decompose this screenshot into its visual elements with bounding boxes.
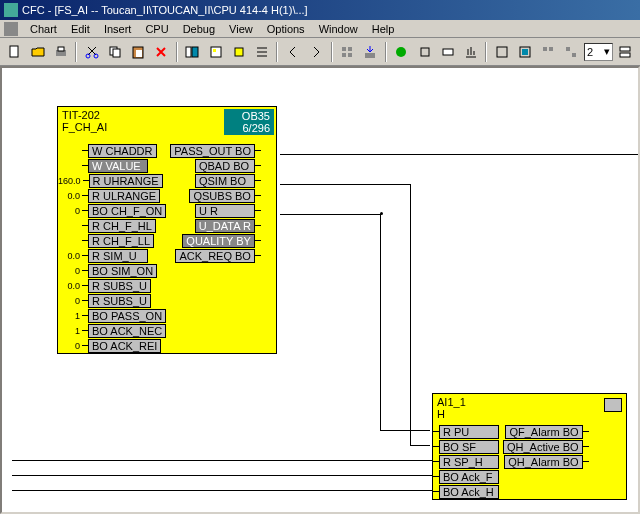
zoom-combo[interactable]: 2▾ xyxy=(584,43,613,61)
svg-rect-20 xyxy=(421,48,429,56)
pin-ack_rei[interactable]: 0BO ACK_REI xyxy=(58,338,166,353)
menu-window[interactable]: Window xyxy=(313,22,364,36)
tb-cut[interactable] xyxy=(81,41,102,63)
pin-subs_u[interactable]: 0.0R SUBS_U xyxy=(58,278,166,293)
block-tit202[interactable]: TIT-202 F_CH_AI OB35 6/296 W CHADDRW VAL… xyxy=(57,106,277,354)
tb-paste[interactable] xyxy=(128,41,149,63)
menu-help[interactable]: Help xyxy=(366,22,401,36)
menu-options[interactable]: Options xyxy=(261,22,311,36)
tb-btn14[interactable] xyxy=(414,41,435,63)
tb-block[interactable] xyxy=(228,41,249,63)
title-bar: CFC - [FS_AI -- Toucan_II\TOUCAN_II\CPU … xyxy=(0,0,640,20)
block1-header: TIT-202 F_CH_AI OB35 6/296 xyxy=(58,107,276,143)
pin-value: 0.0 xyxy=(58,251,82,261)
svg-rect-6 xyxy=(113,49,120,57)
pin-quality[interactable]: QUALITY BY xyxy=(170,233,261,248)
pin-pass_out[interactable]: PASS_OUT BO xyxy=(170,143,261,158)
pin-uhrange[interactable]: 160.0R UHRANGE xyxy=(58,173,166,188)
pin-u[interactable]: U R xyxy=(170,203,261,218)
tb-download[interactable] xyxy=(360,41,381,63)
menu-debug[interactable]: Debug xyxy=(177,22,221,36)
tb-chart[interactable] xyxy=(205,41,226,63)
tb-catalog[interactable] xyxy=(182,41,203,63)
pin-pass_on[interactable]: 1BO PASS_ON xyxy=(58,308,166,323)
pin-chaddr[interactable]: W CHADDR xyxy=(58,143,166,158)
tb-delete[interactable] xyxy=(151,41,172,63)
pin-value[interactable]: W VALUE xyxy=(58,158,166,173)
pin-ch_f_ll[interactable]: R CH_F_LL xyxy=(58,233,166,248)
pin-qf_alarm[interactable]: QF_Alarm BO xyxy=(503,424,589,439)
pin-pu[interactable]: R PU xyxy=(433,424,499,439)
pin-qsim[interactable]: QSIM BO xyxy=(170,173,261,188)
block1-runtime: OB35 6/296 xyxy=(224,109,274,135)
pin-u_data[interactable]: U_DATA R xyxy=(170,218,261,233)
pin-label: QH_Alarm BO xyxy=(504,455,582,469)
pin-label: QUALITY BY xyxy=(182,234,255,248)
tb-test[interactable] xyxy=(391,41,412,63)
mdi-icon[interactable] xyxy=(4,22,18,36)
tb-compile[interactable] xyxy=(337,41,358,63)
svg-rect-30 xyxy=(620,53,630,57)
svg-rect-27 xyxy=(566,47,570,51)
pin-sim_u[interactable]: 0.0R SIM_U xyxy=(58,248,166,263)
svg-rect-9 xyxy=(186,47,191,57)
svg-rect-21 xyxy=(443,49,453,55)
pin-qbad[interactable]: QBAD BO xyxy=(170,158,261,173)
tb-zoom1[interactable] xyxy=(491,41,512,63)
tb-btn15[interactable] xyxy=(437,41,458,63)
pin-value: 160.0 xyxy=(58,176,83,186)
pin-label: R CH_F_HL xyxy=(88,219,156,233)
tb-zoom2[interactable] xyxy=(515,41,536,63)
tb-prev[interactable] xyxy=(282,41,303,63)
svg-rect-18 xyxy=(365,53,375,58)
sep xyxy=(75,42,77,62)
pin-label: QBAD BO xyxy=(195,159,255,173)
pin-ack_h[interactable]: BO Ack_H xyxy=(433,484,499,499)
workspace[interactable]: TIT-202 F_CH_AI OB35 6/296 W CHADDRW VAL… xyxy=(0,66,640,514)
pin-qh_active[interactable]: QH_Active BO xyxy=(503,439,589,454)
tb-layout[interactable] xyxy=(615,41,636,63)
pin-label: BO Ack_H xyxy=(439,485,499,499)
pin-ch_f_on[interactable]: 0BO CH_F_ON xyxy=(58,203,166,218)
menu-view[interactable]: View xyxy=(223,22,259,36)
pin-ch_f_hl[interactable]: R CH_F_HL xyxy=(58,218,166,233)
tb-open[interactable] xyxy=(27,41,48,63)
pin-label: BO ACK_NEC xyxy=(88,324,166,338)
pin-subs_u[interactable]: 0R SUBS_U xyxy=(58,293,166,308)
pin-qh_alarm[interactable]: QH_Alarm BO xyxy=(503,454,589,469)
tb-new[interactable] xyxy=(4,41,25,63)
pin-sp_h[interactable]: R SP_H xyxy=(433,454,499,469)
tb-copy[interactable] xyxy=(105,41,126,63)
block2-icon xyxy=(604,398,622,412)
tb-btn16[interactable] xyxy=(460,41,481,63)
block-ai1[interactable]: AI1_1 H R PUBO SFR SP_HBO Ack_FBO Ack_H … xyxy=(432,393,627,500)
pin-sim_on[interactable]: 0BO SIM_ON xyxy=(58,263,166,278)
svg-rect-24 xyxy=(522,49,528,55)
tb-zoom3[interactable] xyxy=(538,41,559,63)
pin-label: R UHRANGE xyxy=(89,174,163,188)
tb-list[interactable] xyxy=(251,41,272,63)
pin-label: BO Ack_F xyxy=(439,470,499,484)
pin-ulrange[interactable]: 0.0R ULRANGE xyxy=(58,188,166,203)
menu-chart[interactable]: Chart xyxy=(24,22,63,36)
menu-edit[interactable]: Edit xyxy=(65,22,96,36)
pin-value: 0 xyxy=(58,296,82,306)
pin-ack_req[interactable]: ACK_REQ BO xyxy=(170,248,261,263)
block2-header: AI1_1 H xyxy=(433,394,626,424)
tb-zoom4[interactable] xyxy=(561,41,582,63)
tb-print[interactable] xyxy=(50,41,71,63)
svg-rect-25 xyxy=(543,47,547,51)
pin-qsubs[interactable]: QSUBS BO xyxy=(170,188,261,203)
pin-stub xyxy=(255,150,261,151)
pin-label: W CHADDR xyxy=(88,144,157,158)
svg-rect-12 xyxy=(213,49,216,52)
svg-rect-28 xyxy=(572,53,576,57)
pin-ack_f[interactable]: BO Ack_F xyxy=(433,469,499,484)
menu-insert[interactable]: Insert xyxy=(98,22,138,36)
menu-cpu[interactable]: CPU xyxy=(139,22,174,36)
pin-stub xyxy=(583,446,589,447)
pin-ack_nec[interactable]: 1BO ACK_NEC xyxy=(58,323,166,338)
tb-next[interactable] xyxy=(306,41,327,63)
pin-sf[interactable]: BO SF xyxy=(433,439,499,454)
pin-stub xyxy=(583,431,589,432)
